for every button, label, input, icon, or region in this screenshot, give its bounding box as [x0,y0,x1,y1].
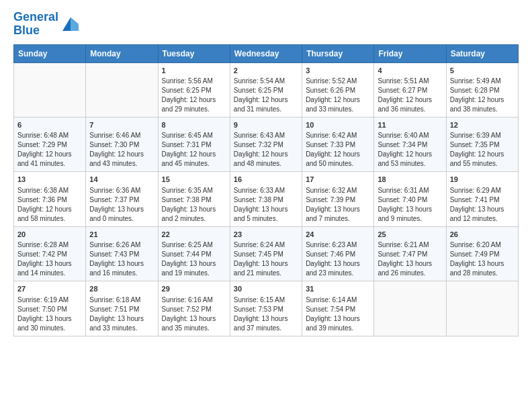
cell-info-line: Sunrise: 6:24 AM [234,240,298,250]
cell-info-line: Sunset: 7:33 PM [306,140,370,150]
day-number: 1 [162,66,226,76]
calendar-body: 1Sunrise: 5:56 AMSunset: 6:25 PMDaylight… [14,62,519,336]
day-number: 16 [234,175,298,185]
cell-info-line: Daylight: 12 hours and 38 minutes. [450,95,515,114]
day-number: 27 [17,284,82,294]
cell-info-line: Sunrise: 6:38 AM [17,186,82,195]
day-header-tuesday: Tuesday [158,44,230,62]
day-number: 22 [162,230,226,240]
calendar-cell: 11Sunrise: 6:40 AMSunset: 7:34 PMDayligh… [374,117,446,171]
cell-info-line: Daylight: 13 hours and 21 minutes. [234,259,298,278]
day-number: 4 [378,66,442,76]
cell-info-line: Sunrise: 6:29 AM [450,186,515,195]
day-number: 28 [89,284,154,294]
day-number: 14 [89,175,154,185]
cell-info-line: Sunset: 7:36 PM [17,195,82,205]
cell-info-line: Sunrise: 6:14 AM [306,295,370,305]
cell-info-line: Daylight: 13 hours and 9 minutes. [378,205,442,224]
calendar-cell: 15Sunrise: 6:35 AMSunset: 7:38 PMDayligh… [158,172,230,226]
header: General Blue [13,11,519,38]
calendar-cell: 23Sunrise: 6:24 AMSunset: 7:45 PMDayligh… [230,226,302,281]
cell-info-line: Sunset: 6:25 PM [162,86,226,95]
cell-info-line: Sunrise: 6:28 AM [17,240,82,250]
day-number: 15 [162,175,226,185]
cell-info-line: Daylight: 13 hours and 0 minutes. [89,205,154,224]
cell-info-line: Sunset: 7:51 PM [89,305,154,314]
calendar-cell: 5Sunrise: 5:49 AMSunset: 6:28 PMDaylight… [446,62,518,117]
cell-info-line: Sunset: 7:40 PM [378,195,442,205]
cell-info-line: Sunrise: 6:15 AM [234,295,298,305]
day-number: 11 [378,120,442,130]
cell-info-line: Daylight: 13 hours and 12 minutes. [450,205,515,224]
cell-info-line: Daylight: 12 hours and 33 minutes. [306,95,370,114]
calendar-cell: 18Sunrise: 6:31 AMSunset: 7:40 PMDayligh… [374,172,446,226]
cell-info-line: Sunrise: 5:56 AM [162,77,226,86]
cell-info-line: Sunset: 6:25 PM [234,86,298,95]
cell-info-line: Sunrise: 6:48 AM [17,131,82,140]
calendar-cell [86,62,158,117]
day-number: 21 [89,230,154,240]
day-number: 6 [17,120,82,130]
day-header-sunday: Sunday [14,44,86,62]
calendar-cell: 24Sunrise: 6:23 AMSunset: 7:46 PMDayligh… [302,226,374,281]
day-header-wednesday: Wednesday [230,44,302,62]
cell-info-line: Sunrise: 6:39 AM [450,131,515,140]
calendar-cell: 7Sunrise: 6:46 AMSunset: 7:30 PMDaylight… [86,117,158,171]
cell-info-line: Sunrise: 6:23 AM [306,240,370,250]
calendar-cell: 12Sunrise: 6:39 AMSunset: 7:35 PMDayligh… [446,117,518,171]
cell-info-line: Daylight: 13 hours and 23 minutes. [306,259,370,278]
day-number: 18 [378,175,442,185]
day-number: 17 [306,175,370,185]
calendar-cell: 14Sunrise: 6:36 AMSunset: 7:37 PMDayligh… [86,172,158,226]
cell-info-line: Sunset: 7:35 PM [450,140,515,150]
week-row-1: 1Sunrise: 5:56 AMSunset: 6:25 PMDaylight… [14,62,519,117]
logo-icon [60,15,81,34]
cell-info-line: Daylight: 12 hours and 53 minutes. [378,150,442,169]
day-number: 9 [234,120,298,130]
cell-info-line: Sunset: 6:28 PM [450,86,515,95]
week-row-2: 6Sunrise: 6:48 AMSunset: 7:29 PMDaylight… [14,117,519,171]
cell-info-line: Sunset: 7:30 PM [89,140,154,150]
calendar-cell: 29Sunrise: 6:16 AMSunset: 7:52 PMDayligh… [158,281,230,336]
calendar-cell: 26Sunrise: 6:20 AMSunset: 7:49 PMDayligh… [446,226,518,281]
calendar-cell: 30Sunrise: 6:15 AMSunset: 7:53 PMDayligh… [230,281,302,336]
cell-info-line: Sunrise: 6:35 AM [162,186,226,195]
calendar-cell: 27Sunrise: 6:19 AMSunset: 7:50 PMDayligh… [14,281,86,336]
week-row-3: 13Sunrise: 6:38 AMSunset: 7:36 PMDayligh… [14,172,519,226]
cell-info-line: Daylight: 13 hours and 5 minutes. [234,205,298,224]
day-number: 3 [306,66,370,76]
cell-info-line: Sunset: 7:43 PM [89,250,154,259]
cell-info-line: Daylight: 13 hours and 37 minutes. [234,314,298,333]
calendar-cell [374,281,446,336]
cell-info-line: Daylight: 13 hours and 14 minutes. [17,259,82,278]
calendar-cell: 31Sunrise: 6:14 AMSunset: 7:54 PMDayligh… [302,281,374,336]
calendar-cell: 22Sunrise: 6:25 AMSunset: 7:44 PMDayligh… [158,226,230,281]
calendar-cell: 1Sunrise: 5:56 AMSunset: 6:25 PMDaylight… [158,62,230,117]
cell-info-line: Sunrise: 6:40 AM [378,131,442,140]
cell-info-line: Sunrise: 6:20 AM [450,240,515,250]
cell-info-line: Sunset: 6:27 PM [378,86,442,95]
calendar-cell: 19Sunrise: 6:29 AMSunset: 7:41 PMDayligh… [446,172,518,226]
cell-info-line: Sunrise: 6:32 AM [306,186,370,195]
cell-info-line: Sunset: 7:38 PM [234,195,298,205]
cell-info-line: Sunrise: 6:25 AM [162,240,226,250]
cell-info-line: Sunset: 7:53 PM [234,305,298,314]
cell-info-line: Sunrise: 6:45 AM [162,131,226,140]
cell-info-line: Sunset: 7:29 PM [17,140,82,150]
calendar-cell: 20Sunrise: 6:28 AMSunset: 7:42 PMDayligh… [14,226,86,281]
cell-info-line: Sunset: 7:52 PM [162,305,226,314]
cell-info-line: Sunrise: 6:42 AM [306,131,370,140]
cell-info-line: Sunset: 7:54 PM [306,305,370,314]
cell-info-line: Daylight: 12 hours and 58 minutes. [17,205,82,224]
cell-info-line: Sunset: 7:31 PM [162,140,226,150]
cell-info-line: Sunset: 7:38 PM [162,195,226,205]
cell-info-line: Daylight: 13 hours and 33 minutes. [89,314,154,333]
cell-info-line: Sunrise: 6:16 AM [162,295,226,305]
calendar-header-row: SundayMondayTuesdayWednesdayThursdayFrid… [14,44,519,62]
week-row-5: 27Sunrise: 6:19 AMSunset: 7:50 PMDayligh… [14,281,519,336]
day-header-monday: Monday [86,44,158,62]
day-number: 13 [17,175,82,185]
cell-info-line: Sunset: 7:41 PM [450,195,515,205]
day-number: 12 [450,120,515,130]
day-number: 23 [234,230,298,240]
